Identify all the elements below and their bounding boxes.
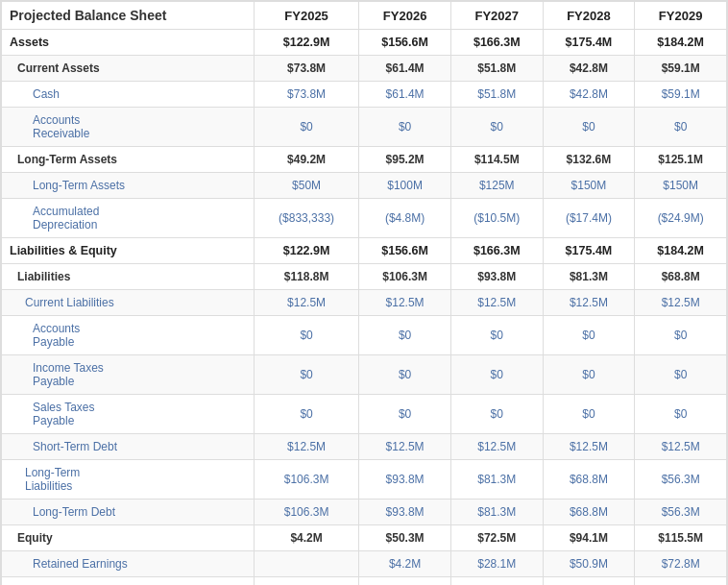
row-label: Long-Term Debt <box>2 500 255 525</box>
row-value: $100M <box>359 173 451 199</box>
row-value: $150M <box>635 173 727 199</box>
row-label: Sales Taxes Payable <box>2 395 255 434</box>
row-value: $93.8M <box>359 460 451 500</box>
table-row: Cash$73.8M$61.4M$51.8M$42.8M$59.1M <box>2 82 727 108</box>
row-value: $50M <box>254 173 358 199</box>
row-label: Earnings <box>2 577 255 586</box>
table-row: Income Taxes Payable$0$0$0$0$0 <box>2 355 727 395</box>
row-value: $81.3M <box>450 500 543 525</box>
row-value: $28.1M <box>450 551 543 577</box>
row-label: Cash <box>2 82 255 108</box>
row-value: $81.3M <box>450 460 543 500</box>
row-value: $42.8M <box>543 82 635 108</box>
row-value: ($17.4M) <box>543 199 635 238</box>
row-value: $175.4M <box>543 238 635 264</box>
col-fy2026: FY2026 <box>359 2 451 30</box>
row-label: Liabilities & Equity <box>2 238 255 264</box>
row-value: $4.2M <box>359 551 451 577</box>
row-value: $46.1M <box>359 577 451 586</box>
row-value: $0 <box>254 316 358 355</box>
row-value: $115.5M <box>635 525 727 551</box>
row-value: $0 <box>254 108 358 147</box>
row-label: Long-Term Liabilities <box>2 460 255 500</box>
row-label: Long-Term Assets <box>2 173 255 199</box>
col-fy2027: FY2027 <box>450 2 543 30</box>
projected-balance-sheet: Projected Balance Sheet FY2025 FY2026 FY… <box>0 0 728 585</box>
col-fy2028: FY2028 <box>543 2 635 30</box>
row-value: $122.9M <box>254 238 358 264</box>
row-value: $42.8M <box>543 56 635 82</box>
row-value: $132.6M <box>543 147 635 173</box>
row-value: $61.4M <box>359 82 451 108</box>
row-value: $12.5M <box>543 290 635 316</box>
row-label: Accounts Receivable <box>2 108 255 147</box>
row-value: $106.3M <box>254 500 358 525</box>
row-value: $68.8M <box>635 264 727 290</box>
table-row: Long-Term Assets$50M$100M$125M$150M$150M <box>2 173 727 199</box>
row-value: $43.2M <box>543 577 635 586</box>
row-value: $42.7M <box>635 577 727 586</box>
row-value: $93.8M <box>359 500 451 525</box>
row-value: $59.1M <box>635 82 727 108</box>
row-value: $12.5M <box>635 434 727 460</box>
table-row: Current Assets$73.8M$61.4M$51.8M$42.8M$5… <box>2 56 727 82</box>
row-label: Accounts Payable <box>2 316 255 355</box>
row-value: $50.9M <box>543 551 635 577</box>
table-row: Accumulated Depreciation($833,333)($4.8M… <box>2 199 727 238</box>
row-value: $61.4M <box>359 56 451 82</box>
row-value: $184.2M <box>635 30 727 56</box>
row-value: $0 <box>635 355 727 395</box>
table-row: Retained Earnings$4.2M$28.1M$50.9M$72.8M <box>2 551 727 577</box>
row-value: $122.9M <box>254 30 358 56</box>
row-value: $73.8M <box>254 56 358 82</box>
row-value: $81.3M <box>543 264 635 290</box>
row-value: $12.5M <box>359 434 451 460</box>
table-row: Long-Term Liabilities$106.3M$93.8M$81.3M… <box>2 460 727 500</box>
row-value: $0 <box>543 108 635 147</box>
row-value: $0 <box>450 395 543 434</box>
row-value: $51.8M <box>450 82 543 108</box>
row-value: $166.3M <box>450 30 543 56</box>
table-title: Projected Balance Sheet <box>2 2 255 30</box>
row-value: $166.3M <box>450 238 543 264</box>
row-value: ($24.9M) <box>635 199 727 238</box>
row-value: $59.1M <box>635 56 727 82</box>
row-value: $0 <box>359 395 451 434</box>
row-value <box>254 551 358 577</box>
table-row: Assets$122.9M$156.6M$166.3M$175.4M$184.2… <box>2 30 727 56</box>
row-value: $93.8M <box>450 264 543 290</box>
table-row: Current Liabilities$12.5M$12.5M$12.5M$12… <box>2 290 727 316</box>
row-value: $12.5M <box>450 290 543 316</box>
row-value: $0 <box>254 395 358 434</box>
row-value: $50.3M <box>359 525 451 551</box>
header-row: Projected Balance Sheet FY2025 FY2026 FY… <box>2 2 727 30</box>
row-value: $125M <box>450 173 543 199</box>
row-value: $0 <box>635 316 727 355</box>
row-value: $0 <box>543 316 635 355</box>
row-value: $175.4M <box>543 30 635 56</box>
row-value: $56.3M <box>635 460 727 500</box>
row-label: Retained Earnings <box>2 551 255 577</box>
row-value: $156.6M <box>359 30 451 56</box>
row-value: $0 <box>359 108 451 147</box>
row-value: $0 <box>543 355 635 395</box>
row-value: $44.4M <box>450 577 543 586</box>
row-value: $0 <box>635 108 727 147</box>
row-value: $12.5M <box>450 434 543 460</box>
row-value: $56.3M <box>635 500 727 525</box>
row-value: $51.8M <box>450 56 543 82</box>
table-row: Long-Term Assets$49.2M$95.2M$114.5M$132.… <box>2 147 727 173</box>
row-value: $95.2M <box>359 147 451 173</box>
table-row: Short-Term Debt$12.5M$12.5M$12.5M$12.5M$… <box>2 434 727 460</box>
row-value: $72.8M <box>635 551 727 577</box>
row-value: $125.1M <box>635 147 727 173</box>
row-label: Liabilities <box>2 264 255 290</box>
table-row: Liabilities$118.8M$106.3M$93.8M$81.3M$68… <box>2 264 727 290</box>
row-value: $72.5M <box>450 525 543 551</box>
row-value: $156.6M <box>359 238 451 264</box>
row-value: $0 <box>450 108 543 147</box>
row-value: $0 <box>450 355 543 395</box>
row-value: $0 <box>359 355 451 395</box>
col-fy2029: FY2029 <box>635 2 727 30</box>
row-value: ($4.8M) <box>359 199 451 238</box>
